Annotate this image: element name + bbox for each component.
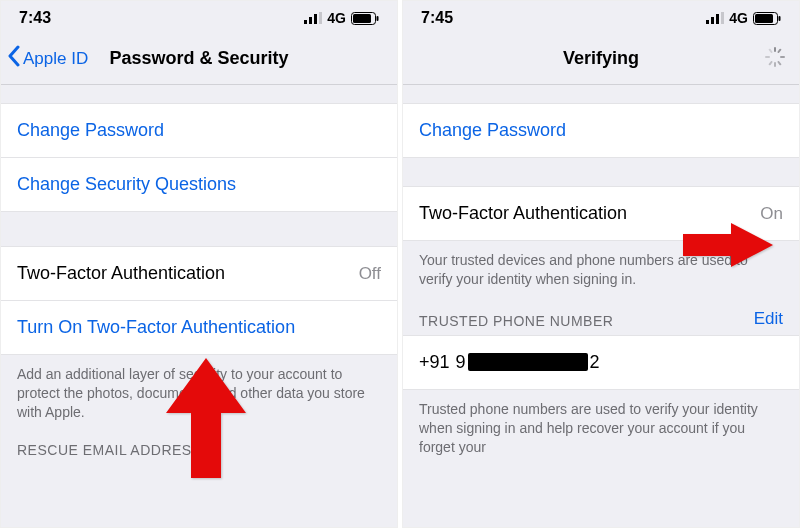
trusted-devices-footer: Your trusted devices and phone numbers a…: [403, 241, 799, 297]
chevron-left-icon: [7, 45, 21, 72]
network-label: 4G: [327, 10, 346, 26]
rescue-email-header-label: RESCUE EMAIL ADDRESS: [17, 442, 202, 458]
battery-icon: [753, 12, 781, 25]
two-factor-footer: Add an additional layer of security to y…: [1, 355, 397, 430]
two-factor-status-row: Two-Factor Authentication Off: [1, 246, 397, 301]
phone-right: 7:45 4G Verifying: [402, 0, 800, 528]
edit-button[interactable]: Edit: [754, 309, 783, 329]
back-label: Apple ID: [23, 49, 88, 69]
svg-rect-8: [706, 20, 709, 24]
status-bar: 7:45 4G: [403, 1, 799, 33]
svg-rect-0: [304, 20, 307, 24]
two-factor-value: On: [760, 204, 783, 224]
svg-line-20: [770, 62, 772, 64]
svg-rect-5: [353, 14, 371, 23]
back-button[interactable]: Apple ID: [7, 45, 88, 72]
trusted-phone-header: TRUSTED PHONE NUMBER Edit: [403, 297, 799, 335]
svg-rect-14: [779, 16, 781, 21]
svg-line-16: [779, 49, 781, 51]
phone-redacted: 9 2: [456, 352, 600, 373]
svg-rect-3: [319, 12, 322, 24]
status-bar: 7:43 4G: [1, 1, 397, 33]
trusted-phone-row[interactable]: +91 9 2: [403, 335, 799, 390]
svg-rect-6: [377, 16, 379, 21]
svg-rect-1: [309, 17, 312, 24]
turn-on-two-factor-row[interactable]: Turn On Two-Factor Authentication: [1, 301, 397, 355]
change-password-label: Change Password: [17, 120, 164, 141]
status-time: 7:43: [19, 9, 51, 27]
two-factor-status-row: Two-Factor Authentication On: [403, 186, 799, 241]
svg-line-18: [779, 62, 781, 64]
trusted-phone-footer: Trusted phone numbers are used to verify…: [403, 390, 799, 465]
svg-rect-10: [716, 14, 719, 24]
trusted-phone-header-label: TRUSTED PHONE NUMBER: [419, 313, 613, 329]
nav-bar: Apple ID Password & Security: [1, 33, 397, 85]
signal-icon: [304, 12, 322, 24]
svg-rect-11: [721, 12, 724, 24]
two-factor-label: Two-Factor Authentication: [419, 203, 627, 224]
svg-rect-9: [711, 17, 714, 24]
page-title: Password & Security: [109, 48, 288, 69]
change-password-row[interactable]: Change Password: [403, 103, 799, 158]
change-security-questions-row[interactable]: Change Security Questions: [1, 158, 397, 212]
network-label: 4G: [729, 10, 748, 26]
rescue-email-header: RESCUE EMAIL ADDRESS: [1, 430, 397, 464]
svg-rect-13: [755, 14, 773, 23]
two-factor-value: Off: [359, 264, 381, 284]
spinner-icon: [765, 47, 785, 71]
page-title: Verifying: [563, 48, 639, 69]
signal-icon: [706, 12, 724, 24]
phone-left: 7:43 4G Apple ID Password & Security: [0, 0, 398, 528]
battery-icon: [351, 12, 379, 25]
change-password-row[interactable]: Change Password: [1, 103, 397, 158]
change-security-questions-label: Change Security Questions: [17, 174, 236, 195]
change-password-label: Change Password: [419, 120, 566, 141]
nav-bar: Verifying: [403, 33, 799, 85]
svg-rect-2: [314, 14, 317, 24]
status-time: 7:45: [421, 9, 453, 27]
two-factor-label: Two-Factor Authentication: [17, 263, 225, 284]
turn-on-two-factor-label: Turn On Two-Factor Authentication: [17, 317, 295, 338]
svg-line-22: [770, 49, 772, 51]
phone-prefix: +91: [419, 352, 450, 373]
